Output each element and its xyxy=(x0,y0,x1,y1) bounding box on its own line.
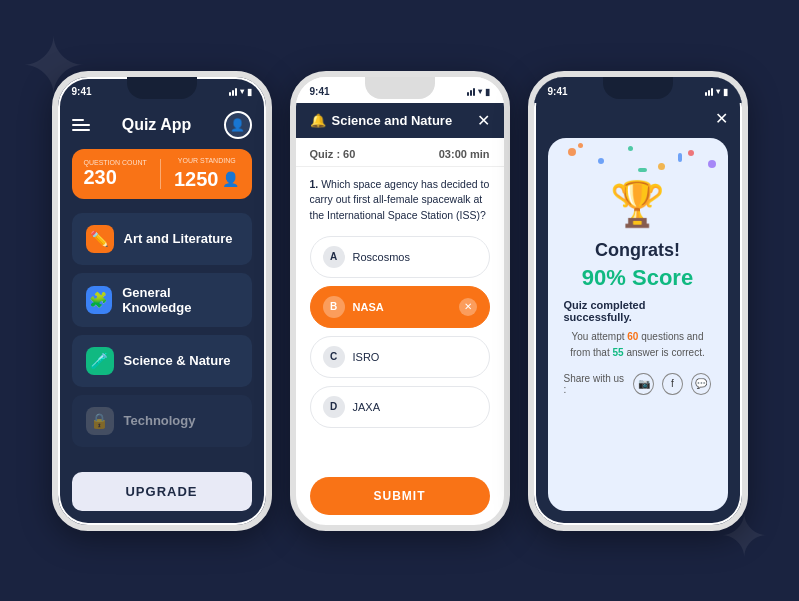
tech-label: Technology xyxy=(124,413,196,428)
category-tech: 🔒 Technology xyxy=(72,395,252,447)
option-a[interactable]: A Roscosmos xyxy=(310,236,490,278)
close-button-quiz[interactable]: ✕ xyxy=(477,111,490,130)
battery-icon-1: ▮ xyxy=(247,87,252,97)
art-label: Art and Literature xyxy=(124,231,233,246)
signal-icon-1 xyxy=(229,88,237,96)
phone-results: 9:41 ▾ ▮ ✕ xyxy=(528,71,748,531)
category-science[interactable]: 🧪 Science & Nature xyxy=(72,335,252,387)
score-display: 90% Score xyxy=(582,265,693,291)
notch-3 xyxy=(603,77,673,99)
status-icons-1: ▾ ▮ xyxy=(229,87,252,97)
tech-icon: 🔒 xyxy=(86,407,114,435)
option-b-letter: B xyxy=(323,296,345,318)
option-d[interactable]: D JAXA xyxy=(310,386,490,428)
app-title: Quiz App xyxy=(122,116,192,134)
quiz-header-icon: 🔔 xyxy=(310,113,326,128)
stat-divider xyxy=(160,159,161,189)
phone-3-content: ✕ 🏆 Congrats! 90% Score Quiz completed s… xyxy=(534,103,742,525)
score-label: Your Standing xyxy=(178,157,236,164)
phone-home: 9:41 ▾ ▮ Quiz App 👤 Que xyxy=(52,71,272,531)
category-gk[interactable]: 🧩 General Knowledge xyxy=(72,273,252,327)
battery-icon-3: ▮ xyxy=(723,87,728,97)
option-b[interactable]: B NASA ✕ xyxy=(310,286,490,328)
app-header: Quiz App 👤 xyxy=(72,103,252,149)
wifi-icon-2: ▾ xyxy=(478,87,482,96)
score-value: 1250 xyxy=(174,168,219,191)
quiz-number: Quiz : 60 xyxy=(310,148,356,160)
question-count-block: Question Count 230 xyxy=(84,159,147,189)
option-a-letter: A xyxy=(323,246,345,268)
notch-2 xyxy=(365,77,435,99)
menu-icon[interactable] xyxy=(72,119,90,131)
status-icons-3: ▾ ▮ xyxy=(705,87,728,97)
close-button-result[interactable]: ✕ xyxy=(715,109,728,128)
question-count-label: Question Count xyxy=(84,159,147,166)
attempt-prefix: You attempt xyxy=(572,331,628,342)
gk-label: General Knowledge xyxy=(122,285,237,315)
option-d-text: JAXA xyxy=(353,401,381,413)
art-icon: ✏️ xyxy=(86,225,114,253)
person-icon: 👤 xyxy=(222,171,239,187)
battery-icon-2: ▮ xyxy=(485,87,490,97)
wifi-icon-3: ▾ xyxy=(716,87,720,96)
gk-icon: 🧩 xyxy=(86,286,113,314)
option-c-letter: C xyxy=(323,346,345,368)
attempt-detail: You attempt 60 questions and from that 5… xyxy=(564,329,712,361)
signal-icon-3 xyxy=(705,88,713,96)
instagram-icon[interactable]: 📷 xyxy=(633,373,654,395)
quiz-subject-title: Science and Nature xyxy=(332,113,453,128)
quiz-header-title-group: 🔔 Science and Nature xyxy=(310,113,453,128)
upgrade-button[interactable]: UPGRADE xyxy=(72,472,252,511)
avatar[interactable]: 👤 xyxy=(224,111,252,139)
phone-quiz: 9:41 ▾ ▮ 🔔 Science and Nature ✕ Q xyxy=(290,71,510,531)
whatsapp-icon[interactable]: 💬 xyxy=(691,373,712,395)
correct-answers: 55 xyxy=(612,347,623,358)
facebook-icon[interactable]: f xyxy=(662,373,683,395)
question-count-value: 230 xyxy=(84,166,147,189)
option-c-text: ISRO xyxy=(353,351,380,363)
question-text: 1. Which space agency has decided to car… xyxy=(310,177,490,224)
submit-btn-wrap: SUBMIT xyxy=(296,467,504,525)
quiz-meta: Quiz : 60 03:00 min xyxy=(296,138,504,167)
phones-container: 9:41 ▾ ▮ Quiz App 👤 Que xyxy=(52,71,748,531)
wifi-icon-1: ▾ xyxy=(240,87,244,96)
status-time-3: 9:41 xyxy=(548,86,568,97)
quiz-question-area: 1. Which space agency has decided to car… xyxy=(296,167,504,467)
option-a-text: Roscosmos xyxy=(353,251,410,263)
congrats-title: Congrats! xyxy=(595,240,680,261)
quiz-time: 03:00 min xyxy=(439,148,490,160)
question-body: Which space agency has decided to carry … xyxy=(310,178,490,222)
stats-card: Question Count 230 Your Standing 1250 👤 xyxy=(72,149,252,199)
status-time-2: 9:41 xyxy=(310,86,330,97)
submit-button[interactable]: SUBMIT xyxy=(310,477,490,515)
signal-icon-2 xyxy=(467,88,475,96)
phone-2-content: 🔔 Science and Nature ✕ Quiz : 60 03:00 m… xyxy=(296,103,504,525)
option-b-check: ✕ xyxy=(459,298,477,316)
phone-1-content: Quiz App 👤 Question Count 230 Your Stand… xyxy=(58,103,266,525)
option-c[interactable]: C ISRO xyxy=(310,336,490,378)
score-block: Your Standing 1250 👤 xyxy=(174,157,240,191)
attempt-questions: 60 xyxy=(627,331,638,342)
option-b-text: NASA xyxy=(353,301,384,313)
status-time-1: 9:41 xyxy=(72,86,92,97)
share-section: Share with us : 📷 f 💬 xyxy=(564,373,712,395)
sci-icon: 🧪 xyxy=(86,347,114,375)
trophy-icon: 🏆 xyxy=(610,178,665,230)
sci-label: Science & Nature xyxy=(124,353,231,368)
option-d-letter: D xyxy=(323,396,345,418)
share-label: Share with us : xyxy=(564,373,626,395)
attempt-suffix: answer is correct. xyxy=(624,347,705,358)
category-art[interactable]: ✏️ Art and Literature xyxy=(72,213,252,265)
quiz-header: 🔔 Science and Nature ✕ xyxy=(296,103,504,138)
result-card: 🏆 Congrats! 90% Score Quiz completed suc… xyxy=(548,138,728,511)
complete-text: Quiz completed successfully. xyxy=(564,299,712,323)
notch-1 xyxy=(127,77,197,99)
status-icons-2: ▾ ▮ xyxy=(467,87,490,97)
